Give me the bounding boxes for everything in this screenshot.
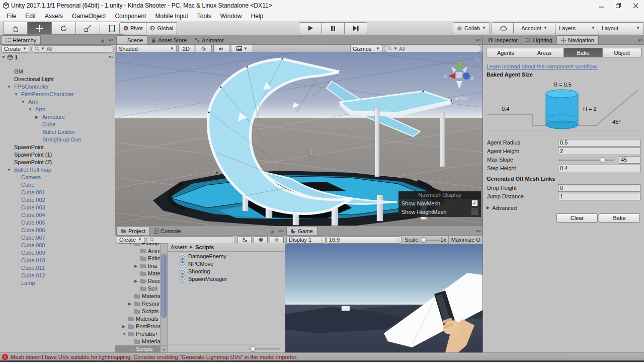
project-folder-item[interactable]: Scripts <box>115 308 160 315</box>
play-button[interactable] <box>299 22 322 34</box>
scene-lock-icon[interactable] <box>474 55 479 61</box>
project-search-input[interactable] <box>146 236 235 244</box>
scene-audio-toggle[interactable] <box>213 45 229 52</box>
scene-effects-dropdown[interactable]: ▼ <box>231 45 253 52</box>
hierarchy-item[interactable]: Cube.009 <box>0 249 115 257</box>
project-folder-item[interactable]: Anim <box>115 247 160 255</box>
hierarchy-item[interactable]: Lamp <box>0 279 115 287</box>
setting-value-field[interactable]: 0.5 <box>558 139 640 147</box>
subtab-areas[interactable]: Areas <box>525 48 564 57</box>
project-folder-item[interactable]: ▶Resour <box>115 300 160 308</box>
bake-button[interactable]: Bake <box>599 213 640 223</box>
pause-button[interactable] <box>322 22 345 34</box>
script-asset-item[interactable]: #NPCMove <box>168 260 286 268</box>
component-workflow-link[interactable]: Learn instead about the component workfl… <box>487 63 598 69</box>
maximize-on-play-button[interactable]: Maximize O <box>448 236 481 244</box>
foldout-arrow-icon[interactable]: ▼ <box>7 166 11 174</box>
project-folder-item[interactable]: Scri <box>115 285 160 293</box>
foldout-arrow-icon[interactable]: ▶ <box>134 262 137 270</box>
scene-search-input[interactable]: ▼All <box>384 45 481 52</box>
clear-button[interactable]: Clear <box>556 213 598 223</box>
scene-row-menu-icon[interactable]: ▼≡ <box>108 55 115 59</box>
navmesh-checkbox[interactable] <box>471 208 478 215</box>
project-tree-scrollbar[interactable] <box>160 243 168 346</box>
foldout-arrow-icon[interactable]: ▼ <box>7 83 11 91</box>
hierarchy-item[interactable]: Cube.008 <box>0 242 115 249</box>
hierarchy-item[interactable]: Bullet Emitter <box>0 128 115 136</box>
foldout-arrow-icon[interactable]: ▶ <box>35 113 38 121</box>
foldout-arrow-icon[interactable]: ▶ <box>128 300 131 308</box>
rotate-tool-button[interactable] <box>52 22 76 35</box>
menu-tools[interactable]: Tools <box>193 12 216 20</box>
foldout-arrow-icon[interactable]: ▶ <box>134 277 137 285</box>
foldout-arrow-icon[interactable]: ▼ <box>122 330 126 338</box>
tab-console[interactable]: Console <box>150 227 185 235</box>
project-folder-item[interactable]: ▶Ima <box>115 262 160 270</box>
advanced-foldout[interactable]: ▶ Advanced <box>487 205 517 211</box>
hierarchy-item[interactable]: Cube.001 <box>0 189 115 196</box>
menu-gameobject[interactable]: GameObject <box>67 12 110 20</box>
inspector-panel-menu-icon[interactable]: ▼≡ <box>637 38 644 44</box>
hierarchy-panel-menu-icon[interactable]: ▼≡ <box>108 38 115 44</box>
foldout-arrow-icon[interactable]: ▼ <box>14 91 18 98</box>
tab-inspector[interactable]: Inspector <box>484 36 522 44</box>
tab-lighting[interactable]: Lighting <box>522 36 556 44</box>
pivot-toggle-button[interactable]: Pivot <box>119 22 146 34</box>
foldout-arrow-icon[interactable]: ▶ <box>122 323 125 330</box>
tab-animator[interactable]: Animator <box>191 36 228 44</box>
hierarchy-item[interactable]: SpawnPoint (1) <box>0 151 115 159</box>
move-tool-button[interactable] <box>28 22 52 35</box>
search-by-label-button[interactable] <box>254 236 268 244</box>
scene-foldout-icon[interactable]: ▼ <box>2 55 6 59</box>
setting-value-field[interactable]: 2 <box>558 148 640 155</box>
hierarchy-item[interactable]: Cube <box>0 181 115 189</box>
tab-asset-store[interactable]: Asset Store <box>147 36 191 44</box>
project-lock-icon[interactable] <box>271 229 277 235</box>
max-slope-slider[interactable] <box>558 160 614 161</box>
hierarchy-item[interactable]: Cube.005 <box>0 219 115 227</box>
foldout-arrow-icon[interactable]: ▼ <box>128 243 132 247</box>
foldout-arrow-icon[interactable]: ▼ <box>21 98 25 106</box>
iso-perspective-label[interactable]: ≡ Iso <box>455 95 467 101</box>
hierarchy-item[interactable]: Cube.006 <box>0 227 115 234</box>
2d-toggle-button[interactable]: 2D <box>178 45 194 52</box>
hierarchy-item[interactable]: Cube.012 <box>0 272 115 279</box>
menu-window[interactable]: Window <box>216 12 247 20</box>
script-asset-item[interactable]: #DamageEnemy <box>168 253 286 260</box>
hierarchy-item[interactable]: SpawnPoint (2) <box>0 159 115 166</box>
project-folder-item[interactable]: ▶Reso <box>115 277 160 285</box>
global-toggle-button[interactable]: Global <box>146 22 177 34</box>
tab-scene[interactable]: Scene <box>116 35 147 44</box>
hierarchy-item[interactable]: ▼FirstPersonCharacter <box>0 91 115 98</box>
game-panel-menu-icon[interactable]: ▼≡ <box>475 229 482 235</box>
project-folder-item[interactable]: Materia <box>115 293 160 300</box>
scene-viewport[interactable]: y x z ≡ Iso Navmesh Display Show NavMesh… <box>115 52 482 226</box>
axis-gizmo[interactable]: y x z <box>443 54 475 93</box>
project-create-button[interactable]: Create▼ <box>117 236 144 244</box>
hierarchy-item[interactable]: ▼Arm <box>0 106 115 113</box>
hierarchy-lock-icon[interactable] <box>101 38 107 44</box>
hierarchy-item[interactable]: Cube.007 <box>0 234 115 242</box>
foldout-arrow-icon[interactable]: ▼ <box>28 106 32 113</box>
setting-value-field[interactable]: 0.4 <box>558 165 640 172</box>
restore-button[interactable] <box>610 1 627 11</box>
project-folder-item[interactable]: Scripts <box>115 345 160 352</box>
menu-assets[interactable]: Assets <box>40 12 67 20</box>
shading-mode-dropdown[interactable]: Shaded▼ <box>116 45 177 52</box>
hierarchy-item[interactable]: Cube.011 <box>0 264 115 272</box>
statusbar[interactable]: ! Mesh doesn't have UVs suitable for lig… <box>0 352 644 361</box>
project-folder-item[interactable]: Mate <box>115 270 160 277</box>
gizmos-dropdown[interactable]: Gizmos▼ <box>350 45 382 52</box>
menu-file[interactable]: File <box>2 12 21 20</box>
hierarchy-create-button[interactable]: Create▼ <box>2 45 29 53</box>
subtab-bake[interactable]: Bake <box>564 48 603 57</box>
game-scale-slider[interactable] <box>420 237 440 243</box>
script-asset-item[interactable]: #SpawnManager <box>168 275 286 283</box>
tab-game[interactable]: Game <box>286 226 317 235</box>
hierarchy-item[interactable]: Camera <box>0 174 115 181</box>
search-by-type-button[interactable] <box>237 236 252 244</box>
project-folder-item[interactable]: Materials <box>115 315 160 323</box>
menu-edit[interactable]: Edit <box>21 12 40 20</box>
scale-tool-button[interactable] <box>76 22 100 35</box>
tab-hierarchy[interactable]: Hierarchy <box>1 35 41 44</box>
